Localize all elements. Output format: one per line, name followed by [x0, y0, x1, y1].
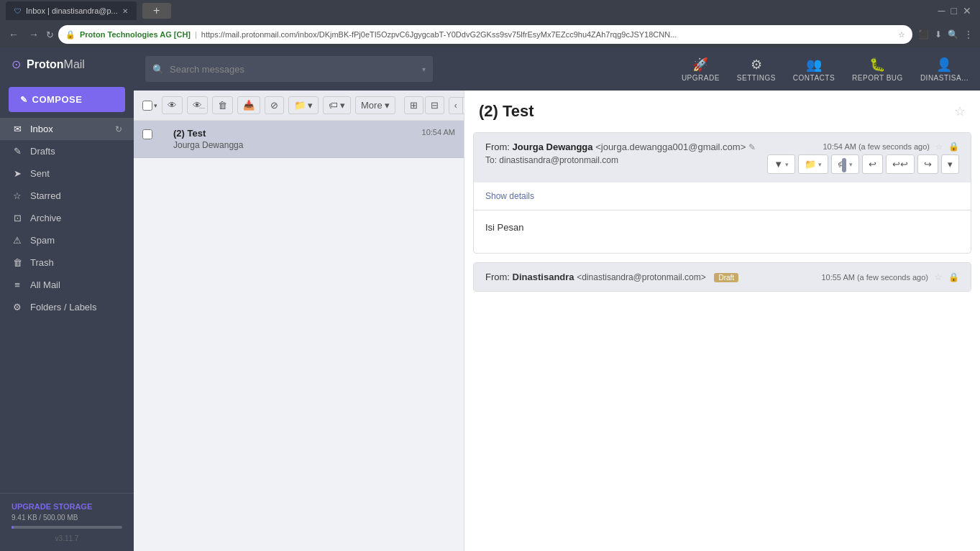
edit-sender-icon[interactable]: ✎: [748, 142, 756, 152]
pencil-icon: ✎: [20, 95, 28, 105]
sidebar-item-spam[interactable]: ⚠ Spam: [0, 229, 134, 251]
move-to-button[interactable]: 📁 ▾: [288, 96, 319, 114]
sidebar-item-inbox[interactable]: ✉ Inbox ↻: [0, 118, 134, 140]
read-icon: 👁 —: [193, 100, 202, 111]
sidebar-item-allmail[interactable]: ≡ All Mail: [0, 274, 134, 296]
checkbox-dropdown-icon[interactable]: ▾: [154, 102, 157, 109]
select-all-area[interactable]: ▾: [142, 101, 157, 111]
label-button[interactable]: 🏷 ▾: [323, 96, 351, 114]
message-time-star-icon[interactable]: ☆: [935, 142, 943, 152]
draft-header: From: Dinastisandra <dinastisandra@proto…: [474, 263, 971, 291]
compose-button[interactable]: ✎ COMPOSE: [9, 87, 125, 112]
label-dropdown-icon: ▾: [340, 100, 345, 111]
layout-horizontal-button[interactable]: ⊟: [425, 96, 444, 114]
user-menu-button[interactable]: 👤 DINASTISA...: [920, 57, 968, 82]
drafts-icon: ✎: [12, 146, 23, 157]
search-box[interactable]: 🔍 ▾: [145, 56, 433, 82]
message-header-right: 10:54 AM (a few seconds ago) ☆ 🔒 ▼ ▾: [767, 142, 959, 174]
bookmark-star-icon[interactable]: ☆: [898, 30, 905, 40]
draft-time: 10:55 AM (a few seconds ago): [821, 273, 928, 282]
sidebar-item-folders[interactable]: ⚙ Folders / Labels: [0, 296, 134, 318]
email-item-subject: (2) Test: [173, 128, 416, 139]
reply-all-icon: ↩↩: [892, 159, 908, 170]
browser-chrome: 🛡 Inbox | dinastisandra@p... ✕ + ─ □ ✕: [0, 0, 980, 22]
search-icon: 🔍: [152, 64, 164, 75]
sidebar-item-sent[interactable]: ➤ Sent: [0, 162, 134, 185]
spam-action-icon: ⊘: [270, 100, 278, 111]
folder-action-button[interactable]: 📁 ▾: [798, 154, 828, 174]
detail-title: (2) Test: [479, 102, 534, 121]
contacts-button[interactable]: 👥 CONTACTS: [793, 57, 835, 82]
more-button[interactable]: More ▾: [355, 96, 395, 114]
maximize-button[interactable]: □: [951, 5, 957, 17]
address-bar[interactable]: 🔒 Proton Technologies AG [CH] | https://…: [58, 25, 912, 44]
email-list: ▾ 👁 👁 — 🗑 📥: [134, 91, 464, 551]
sidebar-item-drafts[interactable]: ✎ Drafts: [0, 140, 134, 162]
reload-button[interactable]: ↻: [46, 29, 54, 40]
email-list-item[interactable]: ☆ (2) Test Jourga Dewangga 10:54 AM: [134, 121, 464, 158]
move-dropdown-icon: ▾: [308, 100, 313, 111]
extensions-icon[interactable]: ⬛: [917, 28, 930, 41]
message-from: From: Jourga Dewangga <jourga.dewangga00…: [485, 142, 756, 152]
sent-label: Sent: [30, 168, 50, 179]
compose-label: COMPOSE: [32, 94, 83, 105]
draft-message[interactable]: From: Dinastisandra <dinastisandra@proto…: [473, 262, 971, 292]
tab-icon: 🛡: [14, 7, 22, 15]
allmail-label: All Mail: [30, 279, 60, 290]
layout-vertical-button[interactable]: ⊞: [404, 96, 423, 114]
reply-all-button[interactable]: ↩↩: [886, 154, 915, 174]
select-all-checkbox[interactable]: [142, 101, 152, 111]
storage-fill: [12, 526, 14, 529]
refresh-icon[interactable]: ↻: [115, 124, 122, 134]
archive-action-button[interactable]: 📥: [237, 96, 260, 114]
sidebar-item-trash[interactable]: 🗑 Trash: [0, 251, 134, 274]
layout-buttons: ⊞ ⊟: [404, 96, 444, 114]
message-to-label: To:: [485, 155, 497, 165]
more-actions-button[interactable]: ▾: [941, 154, 959, 174]
sidebar-item-archive[interactable]: ⊡ Archive: [0, 207, 134, 229]
browser-tab[interactable]: 🛡 Inbox | dinastisandra@p... ✕: [6, 1, 137, 20]
label-msg-icon: 🏷: [838, 159, 847, 170]
search-icon[interactable]: 🔍: [946, 28, 960, 41]
draft-star-icon[interactable]: ☆: [934, 272, 943, 282]
forward-button[interactable]: →: [26, 27, 42, 42]
show-details-button[interactable]: Show details: [474, 185, 546, 207]
minimize-button[interactable]: ─: [938, 5, 945, 17]
unread-button[interactable]: 👁: [162, 96, 183, 114]
menu-icon[interactable]: ⋮: [963, 28, 974, 41]
read-button[interactable]: 👁 —: [187, 96, 208, 114]
email-item-checkbox[interactable]: [142, 129, 152, 139]
archive-label: Archive: [30, 213, 61, 223]
email-item-star-icon[interactable]: ☆: [158, 129, 168, 140]
message-time: 10:54 AM (a few seconds ago) ☆ 🔒: [823, 142, 959, 152]
email-item-content: (2) Test Jourga Dewangga: [173, 128, 416, 150]
delete-button[interactable]: 🗑: [212, 96, 233, 114]
back-button[interactable]: ←: [6, 27, 22, 42]
more-actions-icon: ▾: [948, 159, 953, 170]
forward-msg-button[interactable]: ↪: [917, 154, 938, 174]
new-tab-button[interactable]: +: [142, 3, 171, 19]
tab-close-button[interactable]: ✕: [122, 7, 128, 15]
download-icon[interactable]: ⬇: [933, 28, 943, 41]
filter-icon: ▼: [774, 159, 783, 170]
folders-label: Folders / Labels: [30, 302, 97, 312]
spam-action-button[interactable]: ⊘: [265, 96, 284, 114]
upgrade-button[interactable]: 🚀 UPGRADE: [682, 57, 720, 82]
report-bug-button[interactable]: 🐛 REPORT BUG: [852, 57, 903, 82]
label-action-button[interactable]: 🏷 ▾: [831, 154, 859, 174]
folder-msg-icon: 📁: [805, 159, 816, 170]
draft-from: From: Dinastisandra <dinastisandra@proto…: [485, 272, 738, 282]
settings-icon: ⚙: [751, 57, 762, 73]
message-from-label: From:: [485, 142, 510, 152]
reply-button[interactable]: ↩: [862, 154, 883, 174]
detail-star-icon[interactable]: ☆: [954, 103, 966, 119]
filter-action-button[interactable]: ▼ ▾: [767, 154, 795, 174]
search-input[interactable]: [170, 64, 416, 75]
prev-page-button[interactable]: ‹: [449, 97, 463, 114]
close-window-button[interactable]: ✕: [963, 5, 971, 17]
search-dropdown-icon[interactable]: ▾: [422, 65, 426, 73]
logo-text: ProtonMail: [27, 58, 85, 71]
version-label: v3.11.7: [12, 534, 122, 542]
sidebar-item-starred[interactable]: ☆ Starred: [0, 185, 134, 207]
settings-button[interactable]: ⚙ SETTINGS: [737, 57, 776, 82]
